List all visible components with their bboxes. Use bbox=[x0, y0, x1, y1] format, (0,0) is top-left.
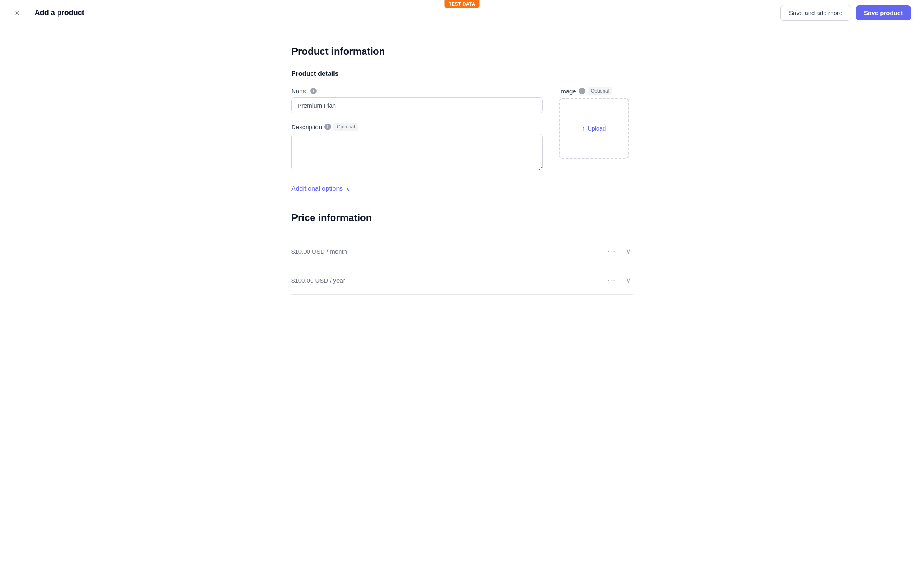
header: × Add a product TEST DATA Save and add m… bbox=[0, 0, 924, 26]
additional-options-label: Additional options bbox=[291, 185, 343, 192]
save-and-add-more-button[interactable]: Save and add more bbox=[780, 5, 851, 21]
header-divider bbox=[28, 8, 28, 18]
price-expand-yearly[interactable]: ∨ bbox=[624, 274, 633, 286]
name-info-icon: i bbox=[310, 88, 317, 94]
price-information-title: Price information bbox=[291, 212, 633, 223]
test-data-badge: TEST DATA bbox=[444, 0, 479, 8]
price-more-options-monthly[interactable]: ··· bbox=[606, 246, 617, 257]
image-optional-badge: Optional bbox=[588, 87, 613, 95]
description-info-icon: i bbox=[324, 124, 331, 130]
upload-label: ↑ Upload bbox=[582, 125, 606, 132]
product-details-subtitle: Product details bbox=[291, 70, 633, 77]
upload-text: Upload bbox=[588, 125, 606, 132]
header-right: Save and add more Save product bbox=[780, 5, 911, 21]
close-button[interactable]: × bbox=[13, 7, 21, 19]
image-label-text: Image bbox=[559, 88, 576, 95]
price-text-monthly: $10.00 USD / month bbox=[291, 248, 347, 255]
name-label-text: Name bbox=[291, 87, 308, 94]
product-information-title: Product information bbox=[291, 46, 633, 57]
price-text-yearly: $100.00 USD / year bbox=[291, 277, 345, 284]
save-product-button[interactable]: Save product bbox=[856, 5, 911, 20]
price-row-monthly: $10.00 USD / month ··· ∨ bbox=[291, 237, 633, 266]
name-label: Name i bbox=[291, 87, 543, 94]
additional-options-chevron-icon: ∨ bbox=[346, 186, 350, 192]
page-title: Add a product bbox=[35, 9, 84, 17]
header-center: TEST DATA bbox=[444, 0, 479, 8]
form-left: Name i Description i Optional bbox=[291, 87, 543, 182]
name-field-group: Name i bbox=[291, 87, 543, 113]
main-content: Product information Product details Name… bbox=[278, 26, 646, 314]
product-details-form-row: Name i Description i Optional bbox=[291, 87, 633, 182]
image-info-icon: i bbox=[579, 88, 585, 94]
price-row-yearly: $100.00 USD / year ··· ∨ bbox=[291, 266, 633, 295]
price-actions-monthly: ··· ∨ bbox=[606, 245, 633, 257]
price-information-section: Price information $10.00 USD / month ···… bbox=[291, 212, 633, 295]
price-more-options-yearly[interactable]: ··· bbox=[606, 274, 617, 286]
description-label-text: Description bbox=[291, 124, 322, 131]
upload-arrow-icon: ↑ bbox=[582, 125, 585, 132]
price-expand-monthly[interactable]: ∨ bbox=[624, 245, 633, 257]
image-upload-area[interactable]: ↑ Upload bbox=[559, 98, 629, 159]
product-information-section: Product information Product details Name… bbox=[291, 46, 633, 192]
form-right: Image i Optional ↑ Upload bbox=[559, 87, 633, 159]
name-input[interactable] bbox=[291, 97, 543, 113]
description-field-group: Description i Optional bbox=[291, 123, 543, 172]
header-left: × Add a product bbox=[13, 7, 84, 19]
image-label: Image i Optional bbox=[559, 87, 633, 95]
description-label: Description i Optional bbox=[291, 123, 543, 131]
description-optional-badge: Optional bbox=[333, 123, 358, 131]
price-actions-yearly: ··· ∨ bbox=[606, 274, 633, 286]
description-textarea[interactable] bbox=[291, 134, 543, 170]
additional-options-button[interactable]: Additional options ∨ bbox=[291, 185, 350, 192]
